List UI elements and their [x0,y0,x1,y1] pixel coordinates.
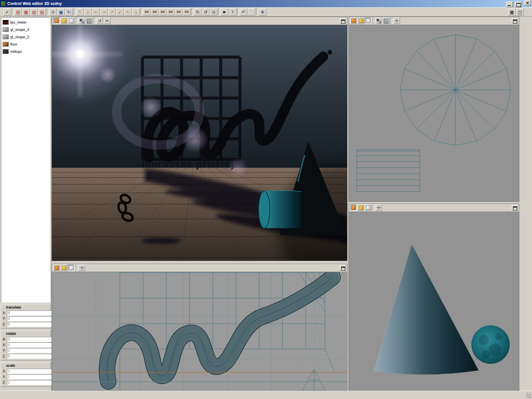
scene-properties-icon[interactable]: ❖ [259,8,266,16]
grid-toggle-icon[interactable] [86,18,92,24]
orbit-view-icon[interactable]: ↻ [65,8,73,16]
logo-text: moravské přístroje [142,159,241,170]
move-object-right-icon[interactable]: → [100,8,108,16]
move-object-up-icon[interactable]: ↑ [76,8,84,16]
translate-x-input[interactable] [7,311,53,316]
raise-object-icon[interactable]: ↖ [124,8,132,16]
object-floor[interactable]: floor [1,41,50,48]
shading-wireframe-icon[interactable] [68,265,74,271]
toolbar-left-groups: ✔ ▤ ▦ ▧ ▨ ▣ ↻ ↑ ↓ ← → ↗ [3,8,267,16]
shading-solid-icon[interactable] [61,265,67,271]
rotate-x-90-icon[interactable]: 90 [143,8,151,16]
shading-textured-icon[interactable] [350,18,357,24]
pan-view-icon[interactable] [49,8,57,16]
minimize-button[interactable] [506,2,513,7]
pan-view-icon[interactable] [375,204,382,211]
viewport-shaded-canvas[interactable] [349,212,519,390]
scale-title: scale [1,362,50,368]
undo-icon[interactable]: ↶ [240,8,247,16]
single-viewport-icon[interactable]: ◫ [516,8,524,16]
toolbar-separator [191,8,194,16]
transform-row: Z: [1,380,50,385]
viewport-front-toolbar [52,264,347,272]
pan-view-icon[interactable] [393,18,400,24]
transform-row: X: [1,342,50,348]
grid-toggle-icon[interactable] [383,18,389,24]
rotate-a-input[interactable] [7,337,53,342]
field-label: Y: [3,317,6,321]
rotate-z-neg-90-icon[interactable]: 90 [183,8,191,16]
shading-textured-icon[interactable] [53,265,60,271]
scale-y-input[interactable] [7,374,53,379]
rotate-y-90-icon[interactable]: 90 [159,8,167,16]
rotate-x-input[interactable] [7,342,53,347]
shading-wireframe-icon[interactable] [365,18,371,24]
move-object-forward-icon[interactable]: ↗ [108,8,116,16]
transform-row: Y: [1,348,50,353]
center-origin-icon[interactable]: ⊙ [210,8,217,16]
cut-tool-icon[interactable]: ✂ [104,18,110,24]
move-object-left-icon[interactable]: ← [92,8,100,16]
shading-textured-icon[interactable] [53,18,60,24]
viewport-top [348,17,519,202]
maximize-button[interactable] [515,2,522,7]
redo-icon[interactable]: ↷ [248,8,255,16]
viewport-top-canvas[interactable] [349,25,519,201]
background-mode-icon[interactable] [78,18,85,24]
resize-grip[interactable] [526,393,531,398]
move-object-down-icon[interactable]: ↓ [84,8,92,16]
object-fps-meter[interactable]: 3:15 fps_meter [1,19,50,26]
object-gl-shape-3[interactable]: gl_shape_3 [1,26,50,33]
select-objects-icon[interactable]: ▦ [22,8,30,16]
lower-object-icon[interactable]: ↘ [132,8,140,16]
shading-solid-icon[interactable] [357,18,364,24]
scale-z-input[interactable] [7,380,53,385]
view-cube-icon[interactable]: ▣ [57,8,65,16]
viewport-shaded [348,203,519,391]
top-scene-svg [349,25,519,201]
object-millogo[interactable]: millogo [1,48,50,55]
rotate-x-neg-90-icon[interactable]: 90 [151,8,159,16]
translate-y-input[interactable] [7,316,53,321]
tile-viewports-icon[interactable]: ▦ [508,8,516,16]
rotate-y-neg-90-icon[interactable]: 90 [167,8,175,16]
shading-wireframe-icon[interactable] [365,204,371,211]
rotate-cw-icon[interactable]: ↻ [194,8,201,16]
camera-orbit-icon[interactable]: ↺ [96,18,103,24]
object-thumbnail-icon: 3:15 [3,20,9,25]
header-separator [93,18,96,24]
rotate-z-input[interactable] [7,354,53,359]
header-separator [372,18,375,24]
maximize-viewport-button[interactable] [512,18,518,24]
shading-solid-icon[interactable] [357,204,364,211]
rotate-z-90-icon[interactable]: 90 [175,8,183,16]
translate-group: translate X: Y: Z: [1,304,51,329]
shading-textured-icon[interactable] [350,204,357,211]
scale-x-input[interactable] [7,369,53,374]
apply-edit-icon[interactable]: ✔ [3,8,11,16]
translate-z-input[interactable] [7,322,53,327]
rotate-group: rotate A: X: Y: Z: [1,330,51,360]
field-label: Z: [3,381,6,384]
object-gl-shape-2[interactable]: gl_shape_2 [1,33,50,41]
maximize-viewport-button[interactable] [340,265,346,271]
translate-title: translate [1,304,50,310]
move-object-back-icon[interactable]: ↙ [116,8,124,16]
shading-solid-icon[interactable] [61,18,67,24]
viewport-perspective-canvas[interactable]: moravské přístroje [52,25,347,261]
maximize-viewport-button[interactable] [340,18,346,24]
whats-this-icon[interactable]: ? [229,8,236,16]
pan-view-icon[interactable] [78,265,85,271]
rotate-ccw-icon[interactable]: ↺ [202,8,209,16]
group-objects-icon[interactable]: ▧ [30,8,38,16]
object-table-icon[interactable]: ▨ [38,8,46,16]
viewport-front-canvas[interactable] [52,272,347,390]
maximize-viewport-button[interactable] [512,205,518,210]
background-mode-icon[interactable] [375,18,382,24]
hand-tool-icon[interactable]: ☛ [221,8,228,16]
close-button[interactable]: × [524,0,531,6]
rotate-y-input[interactable] [7,348,53,353]
shading-wireframe-icon[interactable] [68,18,74,24]
app-icon [1,1,6,6]
edit-objects-icon[interactable]: ▤ [14,8,22,16]
